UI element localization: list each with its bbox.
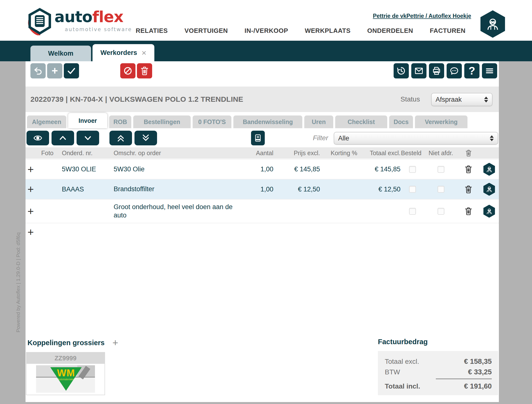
delete-row-icon[interactable]	[465, 207, 472, 216]
question-icon: ?	[469, 65, 475, 76]
undo-button[interactable]	[30, 63, 46, 78]
subtab-uren[interactable]: Uren	[304, 115, 333, 128]
chat-button[interactable]	[447, 63, 462, 78]
subtab-invoer[interactable]: Invoer	[68, 113, 107, 128]
subtab-rob[interactable]: ROB	[109, 115, 131, 128]
subtab-verwerking[interactable]: Verwerking	[415, 115, 467, 128]
mechanic-badge[interactable]	[483, 163, 495, 176]
autoflex-logo[interactable]: autoflex automotive software	[27, 8, 132, 35]
nav-item-voertuigen[interactable]: VOERTUIGEN	[185, 27, 228, 35]
cell-onderd-nr[interactable]: 5W30 OLIE	[58, 165, 110, 173]
cell-prijs-excl[interactable]: € 12,50	[273, 186, 320, 193]
expand-row-button[interactable]: +	[26, 184, 36, 195]
history-icon	[397, 66, 406, 76]
confirm-button[interactable]	[64, 63, 79, 78]
toolbar-danger	[120, 63, 152, 78]
cell-aantal[interactable]: 1,00	[246, 165, 273, 173]
add-button[interactable]: +	[47, 63, 62, 78]
mail-button[interactable]	[411, 63, 426, 78]
move-top-button[interactable]	[109, 131, 132, 145]
tab-welkom-label: Welkom	[48, 50, 73, 57]
nav-item-onderdelen[interactable]: ONDERDELEN	[367, 27, 413, 35]
mechanic-badge[interactable]	[483, 183, 495, 196]
move-down-button[interactable]	[77, 131, 99, 145]
move-up-button[interactable]	[52, 131, 74, 145]
plus-icon: +	[52, 65, 58, 76]
select-arrows-icon	[490, 135, 494, 141]
trash-icon	[465, 149, 472, 157]
besteld-checkbox[interactable]	[409, 166, 416, 173]
invoice-value-totaal-incl: € 191,60	[464, 382, 492, 390]
expand-row-button[interactable]: +	[26, 164, 36, 175]
table-row[interactable]: + Groot onderhoud, heel veel doen aan de…	[26, 199, 499, 223]
subtab-bandenwisseling[interactable]: Bandenwisseling	[233, 115, 302, 128]
add-row-button[interactable]: +	[26, 227, 36, 238]
subtab-docs[interactable]: Docs	[389, 115, 413, 128]
niet-afdr-checkbox[interactable]	[438, 166, 444, 173]
cell-onderd-nr[interactable]: BAAAS	[58, 186, 110, 193]
mechanic-badge[interactable]	[483, 205, 495, 218]
grossier-card[interactable]: ZZ9999 WM Automaterialen	[26, 352, 105, 395]
user-account-link[interactable]: Pettrie de vkPettrie / Autoflex Hoekje	[373, 13, 471, 19]
expand-row-button[interactable]: +	[26, 206, 36, 217]
help-button[interactable]: ?	[464, 63, 479, 78]
app-header: autoflex automotive software RELATIES VO…	[0, 0, 532, 41]
trash-icon	[140, 66, 149, 76]
workorder-title: 20220739 | KN-704-X | VOLKSWAGEN POLO 1.…	[30, 87, 243, 112]
nav-item-werkplaats[interactable]: WERKPLAATS	[305, 27, 351, 35]
subtab-fotos[interactable]: 0 FOTO'S	[193, 115, 231, 128]
besteld-checkbox[interactable]	[409, 208, 416, 215]
autoflex-logo-icon	[27, 8, 52, 35]
select-arrows-icon	[484, 97, 488, 102]
document-tab-bar: Welkom Werkorders ×	[0, 41, 532, 61]
cell-aantal[interactable]: 1,00	[246, 186, 273, 193]
grossiers-section: Koppelingen grossiers +	[27, 338, 118, 348]
grid-toolbar: Filter Alle	[26, 131, 499, 146]
view-button[interactable]	[27, 131, 49, 145]
subtab-algemeen[interactable]: Algemeen	[27, 115, 66, 128]
close-icon[interactable]: ×	[142, 49, 146, 56]
print-button[interactable]	[429, 63, 444, 78]
invoice-heading: Factuurbedrag	[378, 338, 428, 346]
niet-afdr-checkbox[interactable]	[438, 186, 444, 193]
filter-select[interactable]: Alle	[334, 132, 498, 145]
menu-icon	[485, 66, 494, 76]
delete-button[interactable]	[137, 63, 152, 78]
table-row-new: +	[26, 223, 499, 241]
table-row[interactable]: + 5W30 OLIE 5W30 Olie 1,00 € 145,85 € 14…	[26, 159, 499, 179]
tab-welkom[interactable]: Welkom	[30, 46, 91, 61]
chevron-up-icon	[58, 133, 68, 143]
cell-omschrijving[interactable]: Brandstoffilter	[110, 185, 246, 193]
user-avatar[interactable]	[480, 10, 505, 38]
notes-button[interactable]	[251, 131, 265, 145]
subtab-bestellingen[interactable]: Bestellingen	[133, 115, 191, 128]
delete-row-icon[interactable]	[465, 165, 472, 174]
status-select[interactable]: Afspraak	[431, 93, 492, 106]
history-button[interactable]	[394, 63, 409, 78]
move-bottom-button[interactable]	[134, 131, 157, 145]
col-totaal-excl: Totaal excl.	[357, 150, 400, 157]
cancel-button[interactable]	[120, 63, 135, 78]
tab-werkorders[interactable]: Werkorders ×	[93, 44, 154, 61]
nav-item-relaties[interactable]: RELATIES	[136, 27, 168, 35]
subtab-checklist[interactable]: Checklist	[335, 115, 387, 128]
menu-button[interactable]	[482, 63, 497, 78]
besteld-checkbox[interactable]	[409, 186, 416, 193]
nav-item-in-verkoop[interactable]: IN-/VERKOOP	[245, 27, 288, 35]
cancel-icon	[123, 66, 133, 76]
table-row[interactable]: + BAAAS Brandstoffilter 1,00 € 12,50 € 1…	[26, 179, 499, 199]
add-grossier-button[interactable]: +	[112, 338, 118, 348]
cell-totaal-excl[interactable]: € 12,50	[357, 186, 400, 193]
cell-totaal-excl[interactable]: € 145,85	[357, 165, 400, 173]
cell-omschrijving[interactable]: Groot onderhoud, heel veel doen aan de a…	[114, 203, 241, 220]
invoice-panel: Totaal excl. € 158,35 BTW € 33,25 Totaal…	[378, 351, 498, 395]
nav-item-facturen[interactable]: FACTUREN	[430, 27, 466, 35]
niet-afdr-checkbox[interactable]	[438, 208, 444, 215]
wm-grossier-logo: WM Automaterialen	[36, 365, 95, 393]
cell-omschrijving[interactable]: 5W30 Olie	[110, 165, 246, 174]
cell-prijs-excl[interactable]: € 145,85	[273, 165, 320, 173]
delete-row-icon[interactable]	[465, 185, 472, 194]
filter-select-value: Alle	[338, 135, 349, 142]
person-icon	[486, 166, 493, 173]
logo-tagline: automotive software	[54, 26, 132, 32]
